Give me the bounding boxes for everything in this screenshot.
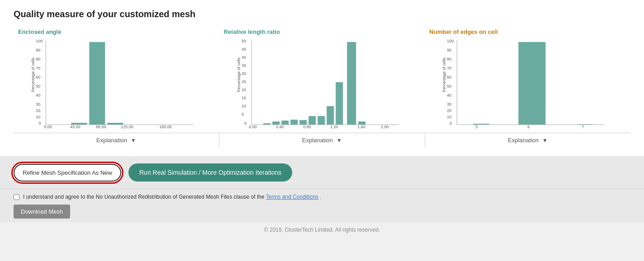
e-y-title: Percentage of cells [442, 57, 447, 92]
actions-section: Refine Mesh Specification As New Run Rea… [0, 156, 644, 189]
page-title: Quality measure of your customized mesh [14, 9, 630, 19]
y-label-100: 100 [36, 39, 43, 43]
bar-rel-10 [358, 121, 365, 125]
x-tick-85: 85.00 [96, 125, 106, 128]
terms-link[interactable]: Terms and Conditions [266, 194, 318, 200]
e-x-7: 7 [582, 125, 584, 128]
bar-rel-8 [327, 106, 334, 125]
y-label-50: 50 [36, 84, 40, 89]
y-label-40: 40 [242, 55, 246, 60]
y-label-35: 35 [242, 63, 246, 68]
e-y-20: 20 [447, 108, 452, 113]
explanation-label-2: Explanation [302, 137, 333, 144]
chart-svg-enclosed: 100 90 80 70 60 50 40 30 20 10 0 [18, 38, 215, 128]
main-content: Quality measure of your customized mesh … [0, 0, 644, 156]
e-x-5: 5 [476, 125, 478, 128]
chevron-down-icon-1: ▼ [131, 137, 136, 144]
y-label-40: 40 [36, 93, 40, 98]
e-x-6: 6 [528, 125, 530, 128]
terms-text: I understand and agree to the No Unautho… [23, 194, 322, 200]
x-tick-000: 0.00 [249, 125, 257, 128]
download-mesh-button[interactable]: Download Mesh [14, 205, 70, 219]
bar-rel-4 [290, 120, 298, 125]
x-tick-120: 1.20 [330, 125, 338, 128]
e-y-30: 30 [447, 102, 452, 107]
chart-svg-relative: 50 45 40 35 30 25 20 15 10 5 0 [224, 38, 421, 128]
charts-row: Enclosed angle 100 90 80 70 60 50 40 30 … [14, 28, 630, 128]
footer-copyright: © 2019, ClusterTech Limited. All rights … [0, 222, 644, 238]
e-y-50: 50 [447, 84, 452, 89]
y-axis-title-r: Percentage of cells [237, 57, 241, 92]
x-tick-040: 0.40 [276, 125, 284, 128]
bar-rel-3 [281, 121, 289, 125]
y-label-90: 90 [36, 48, 40, 52]
bar-rel-5 [299, 120, 307, 125]
e-y-90: 90 [447, 48, 452, 52]
chevron-down-icon-2: ▼ [336, 137, 342, 144]
chevron-down-icon-3: ▼ [542, 137, 548, 144]
terms-row: I understand and agree to the No Unautho… [14, 194, 630, 200]
y-label-5: 5 [242, 112, 244, 117]
explanation-label-1: Explanation [96, 137, 127, 144]
terms-text-end: . [320, 194, 321, 200]
y-label-45: 45 [242, 47, 246, 51]
y-label-20: 20 [36, 108, 40, 113]
y-label-60: 60 [36, 75, 40, 79]
e-y-10: 10 [447, 115, 452, 119]
bar-rel-2 [272, 121, 279, 125]
x-tick-5: 5.00 [44, 125, 52, 128]
y-label-0r: 0 [244, 121, 246, 126]
e-y-40: 40 [447, 93, 452, 98]
bar-rel-1 [263, 123, 270, 125]
x-tick-080: 0.80 [303, 125, 311, 128]
e-y-60: 60 [447, 75, 452, 79]
terms-text-main: I understand and agree to the No Unautho… [23, 194, 265, 200]
bar-rel-6 [308, 116, 316, 125]
explanation-3[interactable]: Explanation ▼ [425, 133, 630, 147]
terms-checkbox[interactable] [14, 194, 19, 200]
x-tick-160: 1.60 [357, 125, 365, 128]
y-label-70: 70 [36, 66, 40, 70]
chart-title-relative: Relative length ratio [224, 28, 421, 35]
y-label-15: 15 [242, 96, 246, 100]
y-label-30: 30 [242, 71, 246, 76]
x-tick-200: 2.00 [381, 125, 389, 128]
x-tick-125: 125.00 [121, 125, 133, 128]
footer-section: I understand and agree to the No Unautho… [0, 189, 644, 222]
bar-edges-6 [519, 42, 546, 125]
explanation-row: Explanation ▼ Explanation ▼ Explanation … [14, 133, 630, 147]
explanation-1[interactable]: Explanation ▼ [14, 133, 219, 147]
chart-area-relative: 50 45 40 35 30 25 20 15 10 5 0 [224, 38, 421, 128]
y-label-80: 80 [36, 57, 40, 61]
y-axis-title: Percentage of cells [31, 57, 35, 92]
y-label-10: 10 [36, 115, 40, 119]
bar-edges-7 [578, 124, 593, 125]
bar-rel-9 [336, 82, 343, 125]
explanation-2[interactable]: Explanation ▼ [219, 133, 425, 147]
e-y-80: 80 [447, 57, 452, 61]
chart-enclosed-angle: Enclosed angle 100 90 80 70 60 50 40 30 … [14, 28, 219, 128]
chart-area-edges: 100 90 80 70 60 50 40 30 20 10 0 [429, 38, 626, 128]
chart-title-enclosed: Enclosed angle [18, 28, 215, 35]
chart-edges: Number of edges on cell 100 90 80 70 60 … [425, 28, 630, 128]
copyright-text: © 2019, ClusterTech Limited. All rights … [264, 227, 380, 233]
x-tick-45: 45.00 [70, 125, 80, 128]
bar-rel-7 [317, 116, 325, 125]
y-label-10: 10 [242, 104, 246, 108]
e-y-100: 100 [447, 39, 454, 43]
chart-area-enclosed: 100 90 80 70 60 50 40 30 20 10 0 [18, 38, 215, 128]
y-label-20: 20 [242, 88, 246, 92]
bar-rel-main [347, 42, 356, 125]
explanation-label-3: Explanation [508, 137, 539, 144]
y-label-25: 25 [242, 79, 246, 84]
bar-enclosed-main [89, 42, 105, 125]
e-y-70: 70 [447, 66, 452, 70]
simulate-button[interactable]: Run Real Simulation / More Optimization … [128, 163, 292, 182]
chart-relative-length: Relative length ratio 50 45 40 35 30 25 … [219, 28, 425, 128]
refine-mesh-button[interactable]: Refine Mesh Specification As New [14, 164, 121, 182]
e-y-0: 0 [450, 121, 452, 126]
chart-svg-edges: 100 90 80 70 60 50 40 30 20 10 0 [429, 38, 626, 128]
x-tick-165: 165.00 [159, 125, 172, 128]
chart-title-edges: Number of edges on cell [429, 28, 626, 35]
y-label-30: 30 [36, 102, 40, 107]
